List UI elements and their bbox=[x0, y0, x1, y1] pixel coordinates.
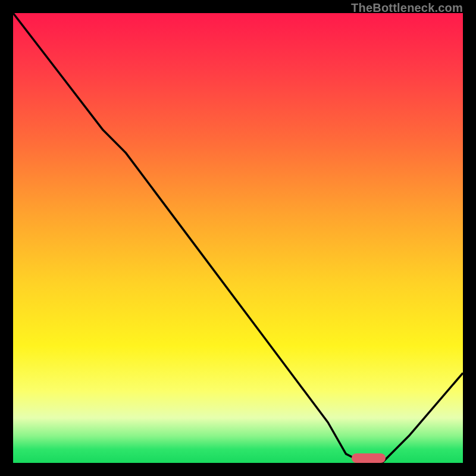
optimal-range-marker bbox=[352, 453, 386, 463]
watermark-text: TheBottleneck.com bbox=[351, 1, 463, 15]
curve-path bbox=[13, 13, 463, 463]
bottleneck-curve bbox=[13, 13, 463, 463]
